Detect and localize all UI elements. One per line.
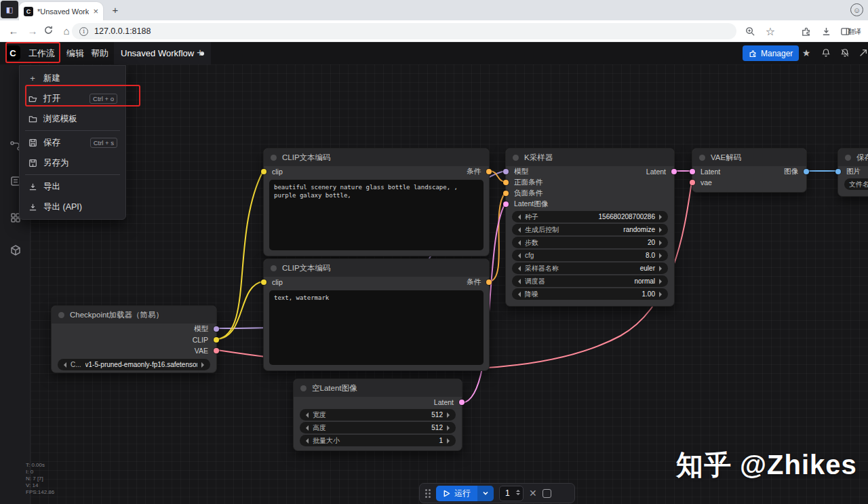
port-latent-out[interactable]: [671, 169, 677, 174]
widget-ckpt-name[interactable]: C... v1-5-pruned-emaonly-fp16.safetensor…: [58, 359, 210, 370]
menu-item-new[interactable]: + 新建: [20, 68, 125, 88]
widget-seed[interactable]: 种子156680208700286: [512, 211, 668, 222]
increment-icon[interactable]: [447, 425, 452, 431]
manager-button[interactable]: Manager: [743, 45, 799, 61]
decrement-icon[interactable]: [303, 438, 309, 444]
menu-item-export[interactable]: 导出: [20, 176, 125, 197]
bell-icon[interactable]: [819, 46, 833, 60]
back-icon[interactable]: ←: [7, 25, 20, 37]
port-cond-out[interactable]: [486, 169, 492, 174]
run-button-group[interactable]: 运行: [436, 486, 494, 501]
widget-sampler-name[interactable]: 采样器名称euler: [512, 263, 668, 274]
prompt-textarea[interactable]: text, watermark: [269, 290, 484, 365]
decrement-icon[interactable]: [515, 214, 521, 220]
port-clip-out[interactable]: [214, 337, 219, 343]
port-image-in[interactable]: [835, 169, 841, 174]
menu-edit[interactable]: 编辑: [62, 42, 88, 64]
menu-item-browse-templates[interactable]: 浏览模板: [20, 109, 125, 129]
forward-icon[interactable]: →: [26, 25, 39, 37]
port-model-in[interactable]: [503, 169, 509, 174]
widget-scheduler[interactable]: 调度器normal: [512, 275, 668, 287]
increment-icon[interactable]: [659, 266, 665, 271]
port-image-out[interactable]: [804, 169, 809, 174]
port-model-out[interactable]: [214, 326, 219, 332]
node-header[interactable]: Checkpoint加载器（简易）: [52, 306, 216, 324]
menu-item-open[interactable]: 打开 Ctrl + o: [20, 88, 125, 109]
node-header[interactable]: CLIP文本编码: [264, 259, 489, 277]
collapse-dot-icon[interactable]: [699, 155, 705, 161]
collapse-dot-icon[interactable]: [271, 155, 277, 161]
node-clip-text-encode-negative[interactable]: CLIP文本编码 clip 条件 text, watermark: [263, 258, 490, 371]
profile-circle-icon[interactable]: ☺: [850, 3, 863, 16]
reload-icon[interactable]: [43, 25, 57, 35]
increment-icon[interactable]: [659, 279, 665, 284]
menu-item-export-api[interactable]: 导出 (API): [20, 197, 125, 217]
widget-height[interactable]: 高度512: [300, 422, 456, 433]
port-clip-in[interactable]: [261, 169, 267, 174]
node-header[interactable]: 保存图像: [838, 149, 868, 166]
increment-icon[interactable]: [447, 438, 452, 444]
widget-batch-size[interactable]: 批量大小1: [300, 435, 456, 446]
decrement-icon[interactable]: [515, 266, 521, 271]
star-icon[interactable]: ★: [800, 46, 813, 60]
share-icon[interactable]: [856, 46, 868, 60]
decrement-icon[interactable]: [515, 292, 521, 297]
port-latent-in[interactable]: [690, 169, 695, 174]
port-latent-out[interactable]: [459, 400, 465, 405]
widget-steps[interactable]: 步数20: [512, 237, 668, 248]
zoom-icon[interactable]: [743, 24, 757, 38]
run-button[interactable]: 运行: [436, 486, 477, 501]
node-ksampler[interactable]: K采样器 模型 Latent 正面条件 负面条件 Latent图像 种子1566…: [505, 148, 675, 307]
comfyui-logo-icon[interactable]: C: [5, 45, 20, 60]
menu-help[interactable]: 帮助: [87, 42, 113, 64]
site-info-icon[interactable]: i: [79, 27, 88, 36]
increment-icon[interactable]: [201, 362, 207, 368]
download-icon[interactable]: [819, 24, 833, 38]
node-header[interactable]: CLIP文本编码: [264, 149, 489, 166]
decrement-icon[interactable]: [303, 425, 309, 431]
run-options-caret[interactable]: [477, 486, 494, 501]
spinner-icon[interactable]: [516, 489, 520, 497]
cancel-icon[interactable]: ✕: [529, 488, 537, 499]
widget-denoise[interactable]: 降噪1.00: [512, 288, 668, 300]
widget-control-after-generate[interactable]: 生成后控制randomize: [512, 224, 668, 235]
increment-icon[interactable]: [659, 240, 665, 246]
add-workflow-button[interactable]: +: [197, 42, 203, 64]
port-cond-out[interactable]: [486, 279, 492, 285]
increment-icon[interactable]: [659, 292, 665, 297]
port-vae-out[interactable]: [214, 348, 219, 353]
decrement-icon[interactable]: [61, 362, 66, 368]
widget-cfg[interactable]: cfg8.0: [512, 250, 668, 261]
collapse-dot-icon[interactable]: [300, 385, 307, 391]
node-checkpoint-loader[interactable]: Checkpoint加载器（简易） 模型 CLIP VAE C... v1-5-…: [51, 305, 217, 373]
batch-count-input[interactable]: 1: [499, 486, 524, 501]
browser-tab[interactable]: C *Unsaved Workfl ×: [19, 2, 103, 20]
collapse-dot-icon[interactable]: [271, 265, 277, 271]
sidebar-model-library-icon[interactable]: [9, 244, 22, 257]
port-vae-in[interactable]: [690, 180, 695, 185]
menu-workflow[interactable]: 工作流: [24, 42, 59, 64]
increment-icon[interactable]: [659, 253, 665, 258]
bell-muted-icon[interactable]: [838, 46, 852, 60]
collapse-dot-icon[interactable]: [845, 155, 851, 161]
port-positive-in[interactable]: [503, 180, 509, 185]
node-canvas[interactable]: CLIP文本编码 clip 条件 beautiful scenery natur…: [31, 64, 868, 504]
tab-close-icon[interactable]: ×: [93, 7, 98, 16]
decrement-icon[interactable]: [515, 279, 521, 284]
node-header[interactable]: VAE解码: [692, 149, 806, 166]
node-vae-decode[interactable]: VAE解码 Latent 图像 vae: [692, 148, 807, 193]
translate-icon[interactable]: 翻译: [848, 27, 861, 37]
menu-item-save[interactable]: 保存 Ctrl + s: [20, 132, 125, 153]
node-clip-text-encode-positive[interactable]: CLIP文本编码 clip 条件 beautiful scenery natur…: [263, 148, 490, 256]
drag-handle-icon[interactable]: [425, 489, 431, 498]
port-latent-in[interactable]: [503, 201, 509, 207]
menu-item-save-as[interactable]: 另存为: [20, 153, 125, 173]
node-empty-latent[interactable]: 空Latent图像 Latent 宽度512 高度512 批量大小1: [293, 379, 462, 451]
widget-width[interactable]: 宽度512: [300, 409, 456, 421]
port-negative-in[interactable]: [503, 191, 509, 196]
node-header[interactable]: K采样器: [506, 149, 674, 166]
address-bar[interactable]: i 127.0.0.1:8188: [72, 23, 736, 39]
extensions-puzzle-icon[interactable]: [799, 24, 812, 38]
port-clip-in[interactable]: [261, 279, 267, 285]
increment-icon[interactable]: [659, 214, 665, 220]
